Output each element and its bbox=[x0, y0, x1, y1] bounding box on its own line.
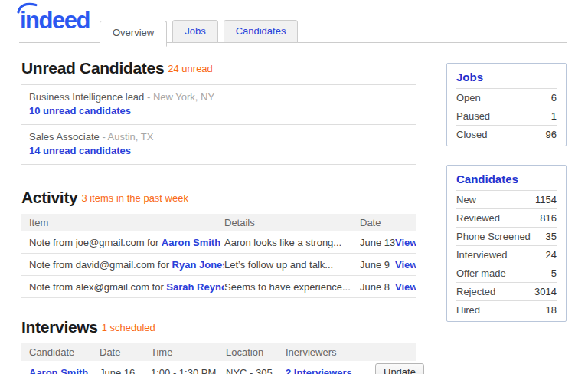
activity-details: Seems to have experience... bbox=[224, 281, 360, 293]
interview-location: NYC - 305 bbox=[226, 367, 286, 374]
stat-label: Closed bbox=[456, 129, 487, 140]
interviews-heading: Interviews1 scheduled bbox=[21, 318, 416, 336]
stat-value: 18 bbox=[546, 304, 557, 316]
interviews-table: Candidate Date Time Location Inerviewers… bbox=[21, 343, 416, 374]
col-item: Item bbox=[29, 217, 224, 228]
stat-label: Interviewed bbox=[456, 249, 507, 261]
interviews-count-badge: 1 scheduled bbox=[102, 322, 155, 333]
col-details: Details bbox=[224, 217, 360, 228]
tab-jobs[interactable]: Jobs bbox=[172, 20, 217, 43]
activity-table: Item Details Date Note from joe@gmail.co… bbox=[21, 214, 416, 298]
stat-value: 5 bbox=[551, 267, 557, 279]
activity-item-text: Note from joe@gmail.com for bbox=[29, 237, 162, 248]
stat-value: 816 bbox=[540, 212, 557, 224]
candidates-box-title: Candidates bbox=[456, 172, 557, 185]
activity-table-header: Item Details Date bbox=[21, 214, 416, 231]
tab-bar: Overview Jobs Candidates bbox=[100, 20, 298, 43]
candidates-stat-new: New 1154 bbox=[456, 190, 557, 208]
table-row: Note from alex@gmail.com for Sarah Reyno… bbox=[21, 276, 416, 298]
candidates-stat-offer-made: Offer made 5 bbox=[456, 264, 557, 282]
col-date: Date bbox=[100, 346, 151, 358]
interview-date: June 16 bbox=[100, 367, 151, 374]
stat-value: 1 bbox=[551, 110, 557, 122]
activity-count-badge: 3 items in the past week bbox=[81, 192, 188, 204]
activity-title: Activity bbox=[21, 189, 77, 206]
indeed-logo[interactable]: indeed bbox=[20, 7, 90, 34]
col-location: Location bbox=[226, 346, 286, 358]
job-location: - Austin, TX bbox=[100, 131, 154, 143]
view-link[interactable]: View bbox=[395, 281, 416, 293]
candidate-link[interactable]: Aaron Smith bbox=[162, 237, 220, 248]
candidates-stat-hired: Hired 18 bbox=[456, 300, 557, 319]
activity-details: Aaron looks like a strong... bbox=[224, 237, 360, 248]
interviews-table-header: Candidate Date Time Location Inerviewers bbox=[21, 343, 416, 361]
update-button[interactable]: Update bbox=[375, 363, 424, 374]
activity-date: June 13 bbox=[360, 237, 395, 248]
stat-label: Paused bbox=[456, 110, 490, 122]
activity-item-text: Note from alex@gmail.com for bbox=[29, 281, 166, 293]
interviewers-link[interactable]: 2 Interviewers bbox=[286, 367, 352, 374]
table-row: Note from david@gmail.com for Ryan Jones… bbox=[21, 254, 416, 276]
stat-label: Reviewed bbox=[456, 212, 500, 224]
candidates-summary-box: Candidates New 1154 Reviewed 816 Phone S… bbox=[446, 165, 567, 322]
stat-value: 1154 bbox=[535, 194, 557, 205]
jobs-stat-paused: Paused 1 bbox=[456, 107, 557, 125]
candidates-stat-reviewed: Reviewed 816 bbox=[456, 208, 557, 227]
unread-candidates-heading: Unread Candidates24 unread bbox=[21, 59, 416, 77]
view-link[interactable]: View bbox=[395, 237, 416, 248]
col-interviewers: Inerviewers bbox=[286, 346, 416, 358]
table-row: Aaron Smith June 16 1:00 - 1:30 PM NYC -… bbox=[21, 361, 416, 374]
stat-value: 96 bbox=[546, 129, 557, 140]
stat-label: Phone Screened bbox=[456, 231, 531, 242]
job-title: Business Intelligence lead bbox=[29, 91, 144, 103]
list-item: Sales Associate - Austin, TX 14 unread c… bbox=[21, 124, 416, 164]
interviews-title: Interviews bbox=[21, 318, 98, 336]
activity-date: June 9 bbox=[360, 259, 395, 271]
candidates-stat-rejected: Rejected 3014 bbox=[456, 282, 557, 300]
candidate-link[interactable]: Aaron Smith bbox=[29, 367, 88, 374]
stat-label: New bbox=[456, 194, 476, 205]
jobs-summary-box: Jobs Open 6 Paused 1 Closed 96 bbox=[446, 63, 567, 146]
unread-candidates-link[interactable]: 10 unread candidates bbox=[29, 105, 131, 116]
activity-heading: Activity3 items in the past week bbox=[21, 189, 416, 207]
unread-job-list: Business Intelligence lead - New York, N… bbox=[21, 84, 416, 165]
stat-value: 3014 bbox=[534, 286, 557, 297]
stat-value: 6 bbox=[551, 92, 557, 103]
sidebar: Jobs Open 6 Paused 1 Closed 96 Candidate… bbox=[446, 43, 567, 322]
tab-candidates[interactable]: Candidates bbox=[224, 20, 299, 43]
activity-details: Let’s follow up and talk... bbox=[224, 259, 360, 271]
jobs-stat-closed: Closed 96 bbox=[456, 125, 557, 143]
col-date: Date bbox=[360, 217, 416, 228]
stat-label: Hired bbox=[456, 304, 480, 316]
main-column: Unread Candidates24 unread Business Inte… bbox=[21, 43, 416, 374]
stat-label: Rejected bbox=[456, 286, 495, 297]
stat-value: 35 bbox=[546, 231, 557, 242]
view-link[interactable]: View bbox=[395, 259, 416, 271]
unread-candidates-link[interactable]: 14 unread candidates bbox=[29, 145, 131, 156]
indeed-swoosh-icon bbox=[17, 2, 40, 15]
job-location: - New York, NY bbox=[144, 91, 214, 103]
interview-time: 1:00 - 1:30 PM bbox=[151, 367, 226, 374]
candidates-stat-interviewed: Interviewed 24 bbox=[456, 245, 557, 264]
unread-count-badge: 24 unread bbox=[168, 63, 213, 74]
col-candidate: Candidate bbox=[29, 346, 100, 358]
col-time: Time bbox=[151, 346, 226, 358]
stat-value: 24 bbox=[546, 249, 557, 261]
candidate-link[interactable]: Sarah Reynolds bbox=[166, 281, 224, 293]
stat-label: Offer made bbox=[456, 267, 506, 279]
list-item: Business Intelligence lead - New York, N… bbox=[21, 84, 416, 124]
activity-date: June 8 bbox=[360, 281, 395, 293]
job-title: Sales Associate bbox=[29, 131, 100, 143]
header: indeed Overview Jobs Candidates bbox=[0, 0, 588, 43]
candidate-link[interactable]: Ryan Jones bbox=[172, 259, 224, 271]
table-row: Note from joe@gmail.com for Aaron Smith … bbox=[21, 231, 416, 254]
jobs-box-title: Jobs bbox=[456, 71, 557, 84]
activity-item-text: Note from david@gmail.com for bbox=[29, 259, 172, 271]
unread-candidates-title: Unread Candidates bbox=[21, 59, 164, 77]
candidates-stat-phone-screened: Phone Screened 35 bbox=[456, 227, 557, 245]
stat-label: Open bbox=[456, 92, 481, 103]
jobs-stat-open: Open 6 bbox=[456, 88, 557, 107]
tab-overview[interactable]: Overview bbox=[100, 21, 167, 47]
